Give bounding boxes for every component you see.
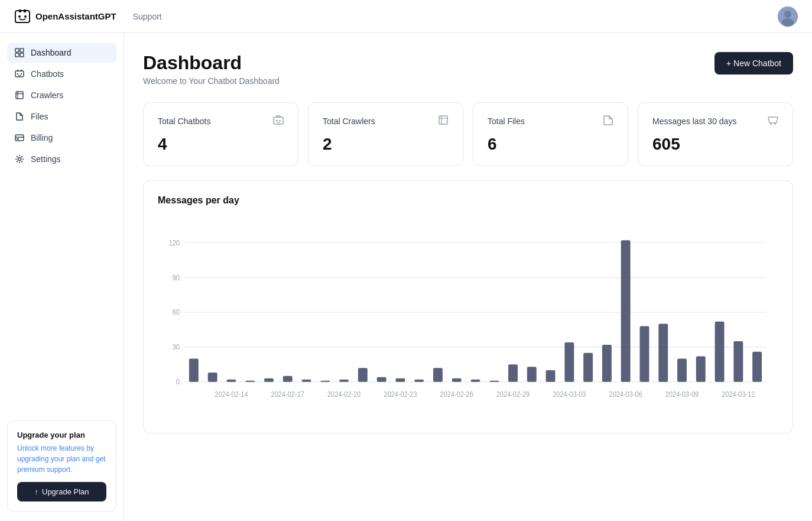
svg-text:90: 90 [173, 273, 180, 281]
svg-rect-9 [20, 48, 24, 52]
stats-grid: Total Chatbots 4 Total Crawlers 2 Total … [143, 102, 793, 166]
new-chatbot-button[interactable]: + New Chatbot [714, 52, 793, 75]
new-chatbot-btn-label: + New Chatbot [726, 59, 781, 68]
upgrade-box: Upgrade your plan Unlock more features b… [7, 420, 116, 512]
svg-rect-18 [15, 135, 24, 141]
page-title: Dashboard [143, 52, 280, 74]
messages-icon [768, 115, 778, 128]
stat-header: Total Crawlers [323, 115, 449, 128]
svg-text:2024-02-17: 2024-02-17 [271, 390, 304, 398]
svg-point-4 [24, 15, 27, 18]
sidebar-item-files[interactable]: Files [7, 106, 116, 127]
chatbots-icon [14, 69, 25, 79]
svg-rect-53 [471, 380, 480, 382]
svg-rect-66 [715, 322, 725, 382]
svg-rect-67 [733, 341, 743, 382]
chart-container: 03060901202024-02-142024-02-172024-02-20… [158, 218, 778, 419]
svg-rect-49 [395, 378, 405, 382]
svg-rect-47 [358, 368, 368, 382]
svg-text:0: 0 [176, 378, 180, 386]
svg-rect-63 [658, 324, 668, 382]
avatar[interactable] [778, 7, 798, 27]
upgrade-title: Upgrade your plan [17, 431, 106, 439]
svg-text:120: 120 [169, 238, 180, 247]
page-header: Dashboard Welcome to Your Chatbot Dashbo… [143, 52, 793, 86]
sidebar-nav: Dashboard Chatbots [7, 43, 116, 169]
svg-point-14 [21, 73, 22, 75]
nav-left: OpenAssistantGPT Support [14, 8, 162, 25]
svg-text:2024-03-06: 2024-03-06 [609, 390, 643, 398]
sidebar-item-files-label: Files [31, 112, 48, 121]
stat-value: 2 [323, 135, 449, 154]
stat-value: 6 [488, 135, 613, 154]
svg-rect-0 [15, 11, 30, 22]
svg-rect-25 [439, 116, 447, 124]
svg-rect-55 [508, 364, 518, 381]
stat-card-files: Total Files 6 [473, 102, 628, 166]
svg-rect-57 [546, 370, 556, 382]
upgrade-btn-label: Upgrade Plan [42, 487, 89, 496]
svg-text:30: 30 [173, 343, 180, 351]
topnav: OpenAssistantGPT Support [0, 0, 812, 33]
svg-text:2024-02-14: 2024-02-14 [215, 390, 248, 398]
stat-label: Total Crawlers [323, 117, 375, 126]
svg-point-6 [784, 11, 791, 18]
sidebar-item-billing-label: Billing [31, 133, 53, 143]
stat-label: Total Chatbots [158, 117, 211, 126]
chart-card: Messages per day 03060901202024-02-14202… [143, 180, 793, 433]
svg-rect-51 [433, 368, 443, 382]
svg-rect-41 [245, 381, 255, 382]
stat-label: Total Files [488, 117, 525, 126]
svg-rect-64 [677, 358, 687, 381]
svg-rect-52 [452, 378, 462, 382]
stat-header: Messages last 30 days [652, 115, 778, 128]
svg-rect-54 [489, 381, 499, 382]
brand-name: OpenAssistantGPT [35, 11, 116, 21]
stat-card-crawler: Total Crawlers 2 [308, 102, 463, 166]
svg-point-7 [782, 18, 794, 27]
svg-text:2024-02-20: 2024-02-20 [327, 390, 361, 398]
crawler-icon [438, 115, 449, 128]
settings-icon [14, 154, 25, 164]
sidebar-item-settings-label: Settings [31, 154, 61, 164]
svg-text:2024-02-29: 2024-02-29 [496, 390, 530, 398]
svg-rect-46 [339, 380, 349, 382]
sidebar-item-crawlers-label: Crawlers [31, 90, 63, 100]
sidebar-item-dashboard[interactable]: Dashboard [7, 43, 116, 63]
svg-rect-43 [283, 376, 293, 382]
svg-rect-44 [302, 380, 311, 382]
svg-text:60: 60 [173, 308, 180, 316]
svg-rect-39 [208, 373, 217, 382]
upgrade-btn[interactable]: ↑ Upgrade Plan [17, 482, 106, 501]
svg-rect-58 [564, 342, 574, 382]
sidebar-item-chatbots-label: Chatbots [31, 69, 64, 79]
sidebar-item-crawlers[interactable]: Crawlers [7, 85, 116, 105]
svg-rect-42 [264, 378, 274, 382]
svg-rect-11 [20, 53, 24, 57]
svg-rect-20 [17, 138, 19, 140]
page-header-text: Dashboard Welcome to Your Chatbot Dashbo… [143, 52, 280, 86]
stat-label: Messages last 30 days [652, 117, 736, 126]
svg-rect-56 [527, 367, 537, 381]
chatbot-icon [273, 115, 284, 128]
upgrade-arrow-icon: ↑ [35, 487, 39, 496]
svg-rect-2 [24, 9, 26, 12]
support-link[interactable]: Support [133, 12, 162, 21]
sidebar-item-settings[interactable]: Settings [7, 149, 116, 169]
upgrade-text: Unlock more features by upgrading your p… [17, 443, 106, 475]
svg-rect-15 [16, 92, 23, 99]
sidebar-item-dashboard-label: Dashboard [31, 48, 72, 57]
sidebar-item-billing[interactable]: Billing [7, 128, 116, 148]
svg-point-13 [17, 73, 18, 75]
main-content: Dashboard Welcome to Your Chatbot Dashbo… [124, 33, 812, 521]
sidebar-item-chatbots[interactable]: Chatbots [7, 64, 116, 84]
svg-point-3 [18, 15, 21, 18]
svg-text:2024-02-23: 2024-02-23 [384, 390, 417, 398]
svg-rect-62 [640, 326, 649, 382]
messages-chart: 03060901202024-02-142024-02-172024-02-20… [158, 218, 778, 419]
svg-point-23 [276, 120, 278, 122]
page-subtitle: Welcome to Your Chatbot Dashboard [143, 76, 280, 86]
svg-rect-65 [696, 357, 706, 382]
svg-rect-8 [15, 48, 19, 52]
stat-card-messages: Messages last 30 days 605 [638, 102, 793, 166]
